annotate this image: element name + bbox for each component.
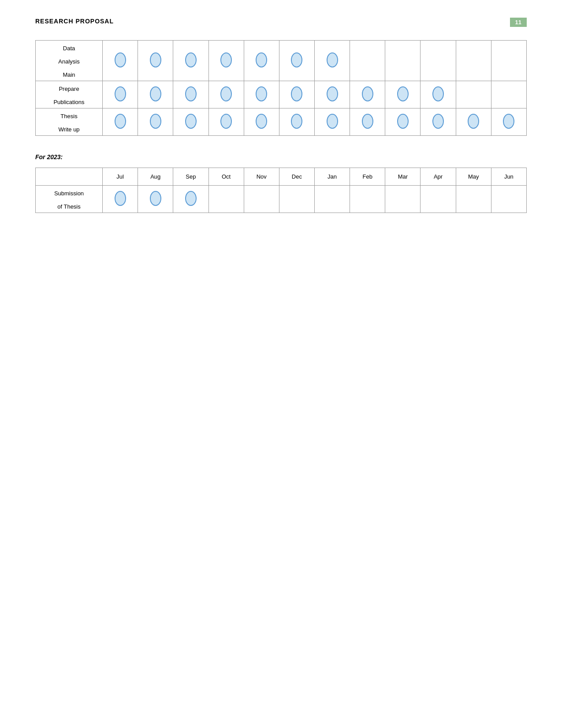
cell-r2-c3 [173,81,208,108]
table1: DataAnalysisMain PreparePublications [35,40,527,136]
cell-r1-c4 [208,41,244,81]
table-row: PreparePublications [36,81,527,108]
oval-indicator [150,86,161,101]
cell-r3-c5 [244,108,279,136]
cell-r3-c2 [138,108,173,136]
oval-indicator [327,114,338,129]
oval-indicator [185,86,197,101]
row-label-thesis: ThesisWrite up [36,108,103,136]
oval-indicator [432,114,444,129]
cell-r3-c8 [350,108,385,136]
header-apr: Apr [421,168,456,186]
oval-indicator [150,191,161,206]
cell-r2-c11 [456,81,491,108]
cell-r2-c6 [279,81,314,108]
oval-indicator [327,52,338,67]
cell-r3-c3 [173,108,208,136]
cell-sub-c8 [350,186,385,213]
oval-indicator [220,86,232,101]
oval-indicator [397,86,409,101]
cell-sub-c7 [314,186,350,213]
header-mar: Mar [385,168,421,186]
cell-r3-c7 [314,108,350,136]
cell-sub-c12 [491,186,526,213]
oval-indicator [291,114,302,129]
table-row: DataAnalysisMain [36,41,527,81]
oval-indicator [291,86,302,101]
row-label-prepare: PreparePublications [36,81,103,108]
row-label-submission: Submissionof Thesis [36,186,103,213]
oval-indicator [256,86,267,101]
cell-r3-c6 [279,108,314,136]
cell-r1-c5 [244,41,279,81]
oval-indicator [185,114,197,129]
oval-indicator [362,114,373,129]
oval-indicator [291,52,302,67]
table2-header-row: Jul Aug Sep Oct Nov Dec Jan Feb Mar Apr … [36,168,527,186]
oval-indicator [220,114,232,129]
cell-r3-c9 [385,108,421,136]
cell-r2-c10 [421,81,456,108]
oval-indicator [220,52,232,67]
cell-sub-c5 [244,186,279,213]
page-number: 11 [510,18,527,27]
cell-r1-c2 [138,41,173,81]
cell-sub-c10 [421,186,456,213]
oval-indicator [397,114,409,129]
oval-indicator [150,114,161,129]
oval-indicator [115,191,126,206]
cell-sub-c4 [208,186,244,213]
cell-sub-c6 [279,186,314,213]
cell-r2-c2 [138,81,173,108]
header-jan: Jan [314,168,350,186]
header-oct: Oct [208,168,244,186]
cell-r2-c5 [244,81,279,108]
header-jun: Jun [491,168,526,186]
cell-r1-c10 [421,41,456,81]
oval-indicator [327,86,338,101]
oval-indicator [256,114,267,129]
cell-r1-c3 [173,41,208,81]
cell-sub-c11 [456,186,491,213]
header-nov: Nov [244,168,279,186]
oval-indicator [115,86,126,101]
page-header: RESEARCH PROPOSAL 11 [35,18,527,27]
header-aug: Aug [138,168,173,186]
oval-indicator [256,52,267,67]
cell-r3-c1 [103,108,138,136]
table1-wrapper: DataAnalysisMain PreparePublications [35,40,527,136]
cell-r1-c8 [350,41,385,81]
section2-label: For 2023: [35,153,527,161]
cell-r1-c6 [279,41,314,81]
header-jul: Jul [103,168,138,186]
oval-indicator [432,86,444,101]
cell-r2-c4 [208,81,244,108]
header-dec: Dec [279,168,314,186]
header-feb: Feb [350,168,385,186]
cell-r1-c7 [314,41,350,81]
cell-r1-c1 [103,41,138,81]
cell-r2-c1 [103,81,138,108]
cell-sub-c1 [103,186,138,213]
cell-r2-c9 [385,81,421,108]
cell-r2-c12 [491,81,526,108]
table-row: ThesisWrite up [36,108,527,136]
cell-r2-c7 [314,81,350,108]
cell-r1-c12 [491,41,526,81]
oval-indicator [150,52,161,67]
header-sep: Sep [173,168,208,186]
oval-indicator [185,191,197,206]
cell-r3-c4 [208,108,244,136]
cell-sub-c2 [138,186,173,213]
table2: Jul Aug Sep Oct Nov Dec Jan Feb Mar Apr … [35,168,527,213]
table-row: Submissionof Thesis [36,186,527,213]
table2-wrapper: Jul Aug Sep Oct Nov Dec Jan Feb Mar Apr … [35,168,527,213]
oval-indicator [185,52,197,67]
header-empty [36,168,103,186]
cell-r1-c11 [456,41,491,81]
cell-r1-c9 [385,41,421,81]
row-label-data: DataAnalysisMain [36,41,103,81]
cell-r2-c8 [350,81,385,108]
cell-r3-c12 [491,108,526,136]
oval-indicator [468,114,479,129]
